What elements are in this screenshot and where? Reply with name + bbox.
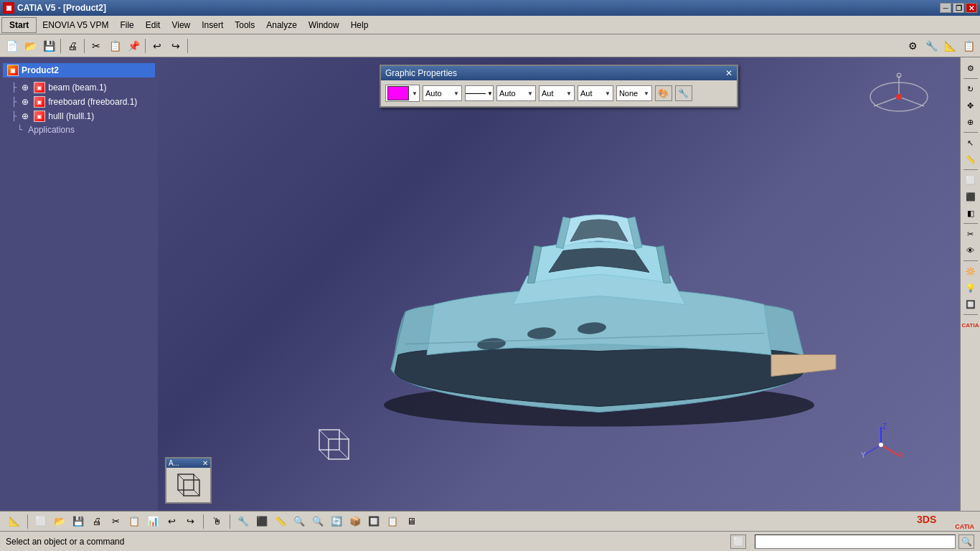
menu-insert[interactable]: Insert <box>196 18 229 32</box>
btb-zoom-in[interactable]: 🔍 <box>309 514 326 529</box>
mini-window-title: A... ✕ <box>166 458 210 468</box>
rtb-settings[interactable]: ⚙ <box>963 60 979 76</box>
menu-start[interactable]: Start <box>1 17 37 33</box>
tree-line-apps: └ <box>17 125 22 135</box>
axis-svg: Z X Y <box>859 423 903 466</box>
btb-sketch[interactable]: 📐 <box>6 514 23 529</box>
svg-line-27 <box>339 430 349 439</box>
axis-indicator: Z X Y <box>859 423 903 468</box>
btb-redo2[interactable]: ↪ <box>182 514 199 529</box>
restore-button[interactable]: ❐ <box>953 3 964 13</box>
tree-item-hulll[interactable]: ├ ⊕ ▣ hulll (hulll.1) <box>3 109 155 123</box>
tree-item-freeboard[interactable]: ├ ⊕ ▣ freeboard (freeboard.1) <box>3 95 155 109</box>
color-dropdown-arrow[interactable]: ▼ <box>410 90 419 97</box>
aut-dropdown-1[interactable]: Aut ▼ <box>539 85 575 101</box>
menu-file[interactable]: File <box>114 18 139 32</box>
svg-text:X: X <box>899 451 903 459</box>
btb-open-file[interactable]: 📂 <box>51 514 68 529</box>
tree-icon-freeboard: ⊕ <box>19 96 31 108</box>
auto-dropdown-2[interactable]: Auto ▼ <box>496 85 536 101</box>
tree-root-label: Product2 <box>22 65 59 75</box>
tb-undo[interactable]: ↩ <box>149 37 166 55</box>
btb-zoom-all[interactable]: 🔍 <box>291 514 308 529</box>
svg-text:Z: Z <box>882 423 887 430</box>
line-swatch[interactable]: ▼ <box>465 85 494 101</box>
rtb-select[interactable]: ↖ <box>963 135 979 151</box>
color-swatch[interactable] <box>387 86 409 100</box>
btb-view-box[interactable]: 🔲 <box>365 514 382 529</box>
minimize-button[interactable]: ─ <box>940 3 951 13</box>
status-search[interactable]: 🔍 <box>958 534 974 549</box>
rtb-view3[interactable]: ◧ <box>963 205 979 221</box>
btb-save2[interactable]: 💾 <box>70 514 87 529</box>
rtb-hide[interactable]: 👁 <box>963 242 979 258</box>
tb-cut[interactable]: ✂ <box>88 37 105 55</box>
menu-help[interactable]: Help <box>345 18 374 32</box>
btb-cut2[interactable]: ✂ <box>107 514 124 529</box>
tb-gp3[interactable]: 📐 <box>941 37 958 55</box>
graphic-properties-close[interactable]: ✕ <box>725 68 732 78</box>
menu-analyze[interactable]: Analyze <box>260 18 303 32</box>
wireframe-cube-svg <box>316 426 355 466</box>
menu-window[interactable]: Window <box>303 18 345 32</box>
close-button[interactable]: ✕ <box>966 3 977 13</box>
btb-display[interactable]: 🖥 <box>402 514 420 529</box>
rtb-view2[interactable]: ⬛ <box>963 189 979 204</box>
mini-window-close[interactable]: ✕ <box>202 459 208 467</box>
rtb-material[interactable]: 🔲 <box>963 296 979 312</box>
btb-undo2[interactable]: ↩ <box>163 514 180 529</box>
none-dropdown[interactable]: None ▼ <box>616 85 652 101</box>
svg-line-14 <box>874 97 899 106</box>
gp-icon-btn-2[interactable]: 🔧 <box>675 85 692 101</box>
rtb-measure[interactable]: 📏 <box>963 151 979 167</box>
btb-copy2[interactable]: 📋 <box>126 514 143 529</box>
menu-view[interactable]: View <box>166 18 196 32</box>
title-bar-left: ▣ CATIA V5 - [Product2] <box>3 2 106 14</box>
btb-dim[interactable]: 📏 <box>272 514 289 529</box>
btb-grid[interactable]: ⬛ <box>253 514 270 529</box>
tb-gp1[interactable]: ⚙ <box>904 37 921 55</box>
catia-brand-svg: 3DS <box>917 512 953 529</box>
tb-save[interactable]: 💾 <box>40 37 57 55</box>
tree-root-product[interactable]: ▣ Product2 <box>3 63 155 77</box>
gp-icon-btn-1[interactable]: 🎨 <box>655 85 672 101</box>
tb-print[interactable]: 🖨 <box>64 37 81 55</box>
tb-gp2[interactable]: 🔧 <box>923 37 940 55</box>
status-expand[interactable]: ⬜ <box>730 534 746 549</box>
tb-paste[interactable]: 📌 <box>125 37 142 55</box>
menu-enovia[interactable]: ENOVIA V5 VPM <box>37 18 114 32</box>
tb-open[interactable]: 📂 <box>22 37 39 55</box>
tb-new[interactable]: 📄 <box>3 37 20 55</box>
tb-gp4[interactable]: 📋 <box>960 37 977 55</box>
tb-copy[interactable]: 📋 <box>106 37 123 55</box>
boat-svg <box>348 133 850 434</box>
btb-select-all[interactable]: ⬜ <box>32 514 50 529</box>
rtb-rotate[interactable]: ↻ <box>963 81 979 97</box>
btb-snap[interactable]: 🔧 <box>235 514 252 529</box>
tb-redo[interactable]: ↪ <box>167 37 184 55</box>
viewport[interactable]: Graphic Properties ✕ ▼ Auto ▼ ▼ <box>158 57 960 511</box>
tb-sep4 <box>187 39 188 53</box>
rtb-sep5 <box>963 260 978 261</box>
btb-box[interactable]: 📦 <box>347 514 364 529</box>
btb-cursor[interactable]: 🖱 <box>208 514 225 529</box>
rtb-section[interactable]: ✂ <box>963 226 979 242</box>
rtb-render[interactable]: 🔆 <box>963 263 979 279</box>
auto-dropdown-1[interactable]: Auto ▼ <box>423 85 462 101</box>
tree-expand-beam: ├ <box>11 83 17 93</box>
tree-item-beam[interactable]: ├ ⊕ ▣ beam (beam.1) <box>3 80 155 95</box>
tree-applications[interactable]: └ Applications <box>3 123 155 136</box>
menu-tools[interactable]: Tools <box>229 18 260 32</box>
status-command-input[interactable] <box>755 534 956 549</box>
aut-dropdown-2[interactable]: Aut ▼ <box>578 85 613 101</box>
btb-rotate2[interactable]: 🔄 <box>328 514 345 529</box>
menu-edit[interactable]: Edit <box>140 18 166 32</box>
tree-label-freeboard: freeboard (freeboard.1) <box>48 97 137 107</box>
rtb-light[interactable]: 💡 <box>963 280 979 296</box>
btb-print2[interactable]: 🖨 <box>88 514 105 529</box>
rtb-view1[interactable]: ⬜ <box>963 172 979 188</box>
rtb-zoom[interactable]: ⊕ <box>963 114 979 130</box>
rtb-pan[interactable]: ✥ <box>963 98 979 113</box>
btb-paste2[interactable]: 📊 <box>144 514 161 529</box>
btb-all-views[interactable]: 📋 <box>384 514 401 529</box>
